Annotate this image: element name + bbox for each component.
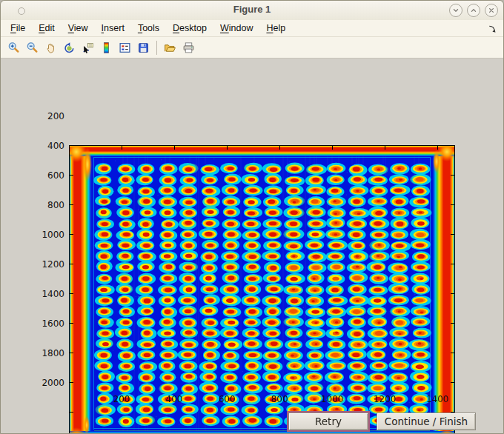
y-tick-label: 400 [27, 141, 64, 151]
y-tick-label: 1000 [27, 230, 64, 240]
x-tick-label: 800 [257, 394, 302, 404]
menu-insert[interactable]: Insert [95, 21, 131, 36]
menu-help[interactable]: Help [259, 21, 292, 36]
colorbar-icon [100, 41, 113, 54]
menu-tools[interactable]: Tools [131, 21, 166, 36]
y-tick-label: 2000 [27, 378, 64, 388]
x-tick-label: 1400 [415, 394, 460, 404]
insert-legend-button[interactable] [116, 39, 134, 56]
y-tick-label: 800 [27, 200, 64, 210]
y-tick-label: 1400 [27, 289, 64, 299]
menu-edit[interactable]: Edit [32, 21, 62, 36]
figure-background: 2004006008001000120014001600180020002004… [1, 59, 503, 433]
retry-button[interactable]: Retry [288, 413, 368, 430]
scan-image-axes[interactable] [69, 145, 455, 434]
zoom-in-button[interactable] [4, 39, 23, 56]
figure-window: Figure 1 FileEditViewInsertToolsDesktopW… [0, 0, 504, 434]
zoom-out-button[interactable] [23, 39, 42, 56]
insert-legend-icon [119, 41, 131, 54]
print-icon [182, 41, 195, 54]
y-tick-label: 1200 [27, 259, 64, 270]
menu-file[interactable]: File [4, 21, 32, 36]
x-tick-label: 200 [99, 394, 144, 404]
colorbar-button[interactable] [97, 39, 116, 56]
open-folder-button[interactable] [161, 39, 179, 56]
toolbar [1, 37, 503, 59]
y-tick-label: 600 [27, 170, 64, 181]
save-icon [137, 41, 150, 54]
x-tick-label: 1200 [362, 394, 407, 404]
print-button[interactable] [179, 39, 198, 56]
chevron-down-icon [451, 6, 460, 15]
y-tick-label: 1800 [27, 348, 64, 358]
x-tick-label: 600 [205, 394, 249, 404]
close-button[interactable] [485, 4, 498, 17]
titlebar[interactable]: Figure 1 [1, 1, 503, 21]
maximize-button[interactable] [467, 4, 480, 17]
save-button[interactable] [134, 39, 153, 56]
window-title: Figure 1 [1, 4, 503, 15]
open-folder-icon [164, 41, 176, 54]
rotate-3d-button[interactable] [60, 39, 79, 56]
menubar: FileEditViewInsertToolsDesktopWindowHelp [1, 20, 503, 37]
dock-figure-icon[interactable] [488, 24, 497, 37]
menu-items: FileEditViewInsertToolsDesktopWindowHelp [4, 21, 292, 36]
pan-icon [44, 41, 57, 54]
zoom-out-icon [26, 41, 39, 54]
menu-desktop[interactable]: Desktop [166, 21, 213, 36]
menu-view[interactable]: View [62, 21, 95, 36]
x-tick-label: 1000 [310, 394, 354, 404]
window-controls [449, 4, 498, 17]
toolbar-separator [156, 41, 157, 55]
menu-window[interactable]: Window [213, 21, 259, 36]
y-tick-label: 200 [27, 111, 64, 121]
y-tick-label: 1600 [27, 318, 64, 329]
x-tick-label: 400 [152, 394, 196, 404]
minimize-button[interactable] [449, 4, 462, 17]
chevron-up-icon [469, 6, 478, 15]
close-icon [487, 6, 496, 15]
zoom-in-icon [7, 41, 20, 54]
data-cursor-icon [82, 41, 94, 54]
continue-finish-button[interactable]: Continue / Finish [377, 413, 476, 430]
rotate-3d-icon [63, 41, 76, 54]
data-cursor-button[interactable] [79, 39, 97, 56]
pan-button[interactable] [42, 39, 60, 56]
